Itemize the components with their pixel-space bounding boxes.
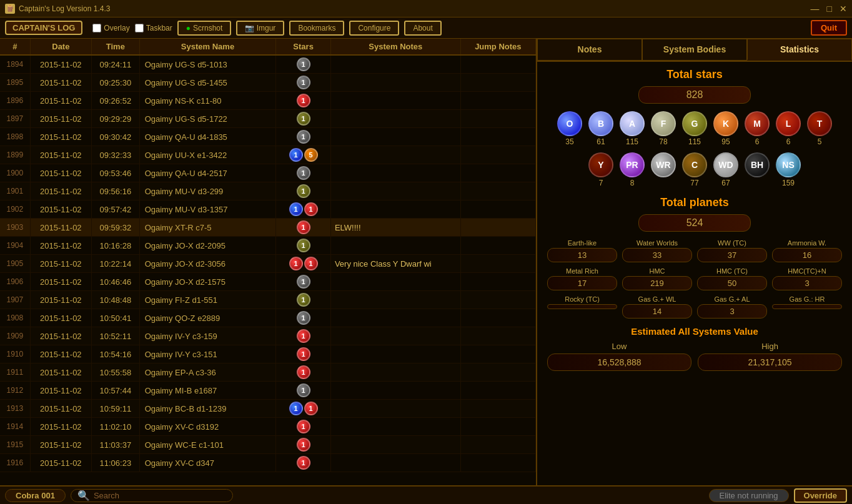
row-time: 10:54:16 xyxy=(92,345,140,363)
planet-label: Water Worlds xyxy=(637,239,678,247)
row-num: 1915 xyxy=(0,436,30,454)
table-row[interactable]: 19112015-11-0210:55:58Ogaimy EP-A c3-361 xyxy=(0,363,536,382)
taskbar-check[interactable] xyxy=(135,24,144,32)
star-type-count: 6 xyxy=(755,137,760,146)
screenshot-button[interactable]: Scrnshot xyxy=(177,21,232,36)
row-notes xyxy=(330,400,460,418)
table-row[interactable]: 19042015-11-0210:16:28Ogaimy JO-X d2-209… xyxy=(0,237,536,255)
overlay-check[interactable] xyxy=(92,24,101,32)
star-badge: 1 xyxy=(304,202,318,216)
close-button[interactable]: ✕ xyxy=(840,4,847,14)
col-header-stars: Stars xyxy=(276,39,331,55)
search-input[interactable] xyxy=(94,491,226,500)
total-stars-title: Total stars xyxy=(547,68,842,81)
row-jump xyxy=(460,345,535,363)
table-row[interactable]: 19032015-11-0209:59:32Ogaimy XT-R c7-51E… xyxy=(0,219,536,237)
table-row[interactable]: 19102015-11-0210:54:16Ogaimy IV-Y c3-151… xyxy=(0,345,536,363)
tab-statistics[interactable]: Statistics xyxy=(747,39,852,61)
log-data-table: # Date Time System Name Stars System Not… xyxy=(0,39,536,472)
row-notes xyxy=(330,182,460,200)
star-badge: 1 xyxy=(297,329,310,343)
table-row[interactable]: 18962015-11-0209:26:52Ogaimy NS-K c11-80… xyxy=(0,92,536,110)
tab-notes[interactable]: Notes xyxy=(537,39,642,61)
table-row[interactable]: 19012015-11-0209:56:16Ogaimy MU-V d3-299… xyxy=(0,182,536,200)
row-date: 2015-11-02 xyxy=(30,454,91,472)
star-type-item: B61 xyxy=(588,111,613,146)
col-header-date: Date xyxy=(30,39,91,55)
table-row[interactable]: 18982015-11-0209:30:42Ogaimy QA-U d4-183… xyxy=(0,128,536,146)
table-row[interactable]: 19052015-11-0210:22:14Ogaimy JO-X d2-305… xyxy=(0,255,536,273)
override-button[interactable]: Override xyxy=(794,488,847,503)
row-system: Ogaimy QA-U d4-2517 xyxy=(139,164,276,182)
imgur-button[interactable]: 📷 Imgur xyxy=(236,21,284,36)
row-notes xyxy=(330,74,460,92)
row-time: 10:46:46 xyxy=(92,273,140,291)
row-notes: Very nice Class Y Dwarf wi xyxy=(330,255,460,273)
star-type-item: F78 xyxy=(651,111,676,146)
row-jump xyxy=(460,382,535,400)
star-type-count: 95 xyxy=(721,137,730,146)
row-time: 10:16:28 xyxy=(92,237,140,255)
configure-button[interactable]: Configure xyxy=(349,21,399,36)
table-row[interactable]: 19162015-11-0211:06:23Ogaimy XV-C d3471 xyxy=(0,454,536,472)
planet-item: Gas G.+ WL14 xyxy=(622,295,692,319)
table-row[interactable]: 19132015-11-0210:59:11Ogaimy BC-B d1-123… xyxy=(0,400,536,418)
star-badge: 1 xyxy=(289,148,303,162)
star-badge: 1 xyxy=(297,239,310,252)
star-type-count: 5 xyxy=(818,137,822,146)
row-jump xyxy=(460,273,535,291)
planet-item: Gas G.: HR xyxy=(772,295,842,319)
row-notes xyxy=(330,273,460,291)
restore-button[interactable]: □ xyxy=(827,4,832,14)
quit-button[interactable]: Quit xyxy=(811,20,847,36)
table-row[interactable]: 18992015-11-0209:32:33Ogaimy UU-X e1-342… xyxy=(0,146,536,164)
table-row[interactable]: 19072015-11-0210:48:48Ogaimy FI-Z d1-551… xyxy=(0,291,536,309)
table-row[interactable]: 18942015-11-0209:24:11Ogaimy UG-S d5-101… xyxy=(0,55,536,74)
table-row[interactable]: 19002015-11-0209:53:46Ogaimy QA-U d4-251… xyxy=(0,164,536,182)
star-types-grid: O35B61A115F78G115K95M6L6T5Y7PR8WRC77WD67… xyxy=(547,111,842,187)
row-system: Ogaimy MI-B e1687 xyxy=(139,382,276,400)
table-row[interactable]: 19152015-11-0211:03:37Ogaimy WC-E c1-101… xyxy=(0,436,536,454)
planet-value: 16 xyxy=(772,248,842,262)
star-badge: 1 xyxy=(289,402,303,415)
row-notes xyxy=(330,309,460,327)
bookmarks-button[interactable]: Bookmarks xyxy=(289,21,344,36)
table-row[interactable]: 18972015-11-0209:29:29Ogaimy UG-S d5-172… xyxy=(0,110,536,128)
star-type-badge: WR xyxy=(651,152,676,177)
row-jump xyxy=(460,454,535,472)
star-type-badge: PR xyxy=(620,152,645,177)
overlay-checkbox[interactable]: Overlay xyxy=(92,24,129,32)
table-row[interactable]: 19082015-11-0210:50:41Ogaimy QO-Z e28891 xyxy=(0,309,536,327)
star-badge: 1 xyxy=(297,420,310,433)
minimize-button[interactable]: — xyxy=(811,4,820,14)
tab-system-bodies[interactable]: System Bodies xyxy=(642,39,747,61)
row-system: Ogaimy WC-E c1-101 xyxy=(139,436,276,454)
row-time: 09:25:30 xyxy=(92,74,140,92)
table-row[interactable]: 19142015-11-0211:02:10Ogaimy XV-C d31921 xyxy=(0,418,536,436)
log-table[interactable]: # Date Time System Name Stars System Not… xyxy=(0,39,536,485)
row-stars: 1 xyxy=(276,273,331,291)
about-button[interactable]: About xyxy=(404,21,441,36)
row-system: Ogaimy BC-B d1-1239 xyxy=(139,400,276,418)
row-time: 09:32:33 xyxy=(92,146,140,164)
star-badge: 1 xyxy=(297,438,310,452)
row-system: Ogaimy QO-Z e2889 xyxy=(139,309,276,327)
table-row[interactable]: 18952015-11-0209:25:30Ogaimy UG-S d5-145… xyxy=(0,74,536,92)
table-row[interactable]: 19122015-11-0210:57:44Ogaimy MI-B e16871 xyxy=(0,382,536,400)
table-row[interactable]: 19092015-11-0210:52:11Ogaimy IV-Y c3-159… xyxy=(0,327,536,345)
row-num: 1897 xyxy=(0,110,30,128)
row-stars: 1 xyxy=(276,110,331,128)
table-row[interactable]: 19062015-11-0210:46:46Ogaimy JO-X d2-157… xyxy=(0,273,536,291)
row-num: 1895 xyxy=(0,74,30,92)
row-system: Ogaimy JO-X d2-3056 xyxy=(139,255,276,273)
star-badge: 1 xyxy=(297,365,310,379)
col-header-time: Time xyxy=(92,39,140,55)
taskbar-checkbox[interactable]: Taskbar xyxy=(135,24,172,32)
star-type-badge: C xyxy=(682,152,707,177)
table-row[interactable]: 19022015-11-0209:57:42Ogaimy MU-V d3-135… xyxy=(0,200,536,219)
row-date: 2015-11-02 xyxy=(30,255,91,273)
star-type-item: T5 xyxy=(807,111,832,146)
search-bar[interactable]: 🔍 xyxy=(71,489,233,502)
star-type-badge: G xyxy=(682,111,707,136)
row-num: 1905 xyxy=(0,255,30,273)
